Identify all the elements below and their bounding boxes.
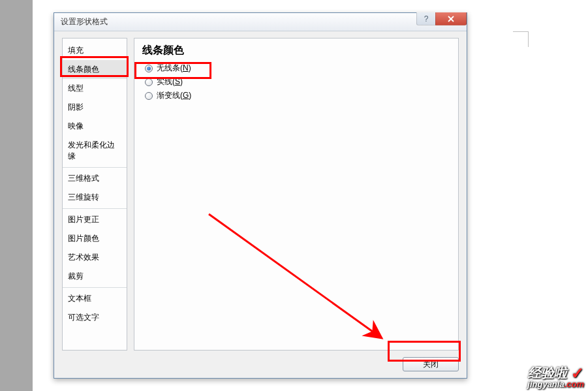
radio-icon: [145, 78, 153, 86]
sidebar-item-1[interactable]: 线条颜色: [63, 60, 127, 79]
sidebar-separator: [63, 167, 127, 168]
titlebar-text: 设置形状格式: [61, 16, 108, 27]
sidebar-item-11[interactable]: 裁剪: [63, 267, 127, 286]
radio-option-1[interactable]: 实线(S): [145, 75, 450, 89]
watermark-text-prefix: jingyanla: [527, 379, 564, 389]
sidebar-item-7[interactable]: 三维旋转: [63, 188, 127, 207]
format-shape-dialog: 设置形状格式 ? 填充线条颜色线型阴影映像发光和柔化边缘三维格式三维旋转图片更正…: [54, 12, 467, 379]
close-button[interactable]: 关闭: [403, 357, 459, 371]
sidebar-item-13[interactable]: 可选文字: [63, 308, 127, 327]
dialog-footer: 关闭: [54, 351, 467, 378]
radio-label: 无线条(N): [157, 63, 191, 74]
sidebar-item-10[interactable]: 艺术效果: [63, 248, 127, 267]
sidebar-item-2[interactable]: 线型: [63, 79, 127, 98]
checkmark-icon: ✓: [571, 366, 584, 381]
watermark: 经验啦 ✓ jingyanla.com: [527, 364, 584, 388]
sidebar-separator: [63, 208, 127, 209]
sidebar-item-6[interactable]: 三维格式: [63, 169, 127, 188]
radio-label: 渐变线(G): [157, 90, 191, 101]
radio-option-2[interactable]: 渐变线(G): [145, 89, 450, 102]
dialog-body: 填充线条颜色线型阴影映像发光和柔化边缘三维格式三维旋转图片更正图片颜色艺术效果裁…: [54, 31, 467, 351]
sidebar-item-4[interactable]: 映像: [63, 117, 127, 136]
sidebar-item-3[interactable]: 阴影: [63, 98, 127, 117]
radio-label: 实线(S): [157, 76, 183, 87]
titlebar-controls: ?: [416, 12, 467, 25]
sidebar-item-5[interactable]: 发光和柔化边缘: [63, 136, 127, 166]
content-panel: 线条颜色 无线条(N)实线(S)渐变线(G): [134, 38, 459, 351]
radio-icon: [145, 65, 153, 72]
radio-icon: [145, 92, 153, 100]
radio-option-0[interactable]: 无线条(N): [145, 61, 450, 75]
content-title: 线条颜色: [142, 44, 450, 57]
titlebar[interactable]: 设置形状格式 ?: [54, 13, 467, 31]
help-button[interactable]: ?: [416, 12, 436, 25]
sidebar-item-8[interactable]: 图片更正: [63, 210, 127, 229]
help-icon: ?: [424, 14, 429, 23]
sidebar-separator: [63, 287, 127, 288]
sidebar-item-0[interactable]: 填充: [63, 41, 127, 60]
line-color-radio-group: 无线条(N)实线(S)渐变线(G): [142, 61, 450, 102]
watermark-text-top: 经验啦: [528, 366, 567, 380]
sidebar-item-12[interactable]: 文本框: [63, 289, 127, 308]
category-sidebar: 填充线条颜色线型阴影映像发光和柔化边缘三维格式三维旋转图片更正图片颜色艺术效果裁…: [62, 38, 127, 351]
window-close-button[interactable]: [435, 12, 467, 25]
close-icon: [447, 15, 455, 23]
sidebar-item-9[interactable]: 图片颜色: [63, 229, 127, 248]
